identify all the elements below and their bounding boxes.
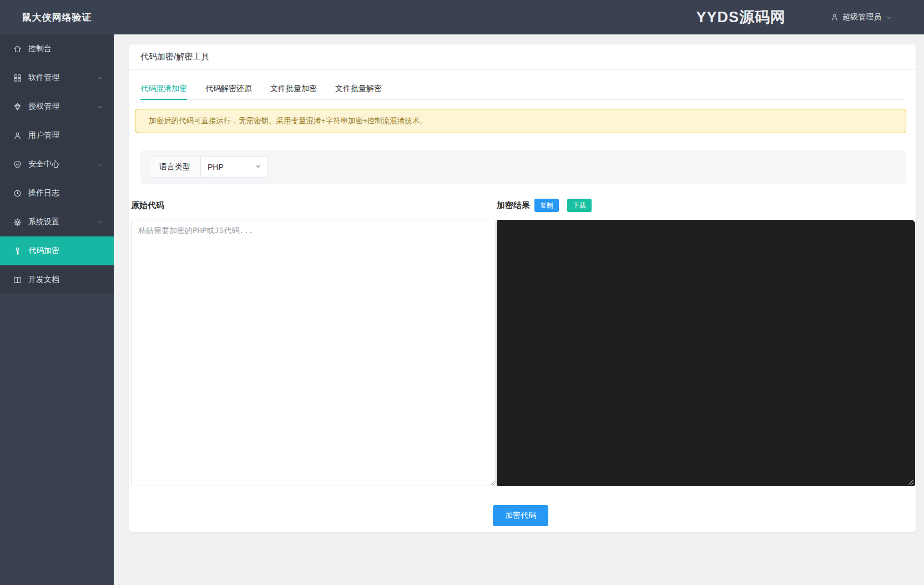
gem-icon xyxy=(13,102,22,112)
gear-icon xyxy=(13,218,22,227)
sidebar-menu: 控制台软件管理授权管理用户管理安全中心操作日志系统设置代码加密开发文档 xyxy=(0,34,114,294)
home-icon xyxy=(13,44,22,54)
chevron-down-icon xyxy=(97,103,104,110)
person-icon xyxy=(830,13,839,22)
sidebar-item-settings[interactable]: 系统设置 xyxy=(0,208,114,236)
encrypt-button[interactable]: 加密代码 xyxy=(493,505,548,526)
user-icon xyxy=(13,131,22,140)
result-label: 加密结果 xyxy=(497,200,530,211)
language-panel: 语言类型 PHP xyxy=(140,150,906,184)
editors-row xyxy=(131,220,915,486)
shield-icon xyxy=(13,160,22,169)
download-button[interactable]: 下载 xyxy=(567,199,592,212)
content-area: 代码加密/解密工具 代码混淆加密代码解密还原文件批量加密文件批量解密 加密后的代… xyxy=(114,34,924,585)
clock-icon xyxy=(13,189,22,198)
sidebar-item-label: 操作日志 xyxy=(28,188,104,198)
language-control: 语言类型 PHP xyxy=(149,157,268,178)
source-label: 原始代码 xyxy=(131,200,496,211)
sidebar-item-label: 软件管理 xyxy=(28,73,97,83)
user-menu[interactable]: 超级管理员 xyxy=(830,12,892,22)
sidebar-filler xyxy=(0,294,114,585)
copy-button[interactable]: 复制 xyxy=(534,199,559,212)
sidebar-logo: 鼠大侠网络验证 xyxy=(0,0,114,34)
editor-labels-row: 原始代码 加密结果 复制 下载 xyxy=(131,199,915,212)
sidebar-item-docs[interactable]: 开发文档 xyxy=(0,265,114,294)
chevron-down-icon xyxy=(97,219,104,226)
tab-obfuscate-encrypt[interactable]: 代码混淆加密 xyxy=(140,77,187,99)
sidebar-item-license[interactable]: 授权管理 xyxy=(0,92,114,121)
tab-decrypt-restore[interactable]: 代码解密还原 xyxy=(205,77,252,99)
info-alert-text: 加密后的代码可直接运行，无需密钥。采用变量混淆+字符串加密+控制流混淆技术。 xyxy=(149,116,427,126)
sidebar-item-security[interactable]: 安全中心 xyxy=(0,150,114,179)
caret-down-icon xyxy=(255,165,261,169)
language-selected-value: PHP xyxy=(208,163,224,172)
language-select[interactable]: PHP xyxy=(200,157,268,178)
sidebar-item-users[interactable]: 用户管理 xyxy=(0,121,114,150)
tool-card: 代码加密/解密工具 代码混淆加密代码解密还原文件批量加密文件批量解密 加密后的代… xyxy=(129,44,916,532)
sidebar-item-label: 安全中心 xyxy=(28,159,97,169)
sidebar-item-label: 系统设置 xyxy=(28,217,97,227)
page-title: 代码加密/解密工具 xyxy=(129,44,916,70)
sidebar-item-code-encrypt[interactable]: 代码加密 xyxy=(0,236,114,265)
sidebar-item-label: 用户管理 xyxy=(28,130,104,140)
sidebar-item-label: 开发文档 xyxy=(28,275,104,285)
main-column: YYDS源码网 超级管理员 代码加密/解密工具 代码混淆加密代码解密还原文件批量… xyxy=(114,0,924,585)
sidebar: 鼠大侠网络验证 控制台软件管理授权管理用户管理安全中心操作日志系统设置代码加密开… xyxy=(0,0,114,585)
card-body: 加密后的代码可直接运行，无需密钥。采用变量混淆+字符串加密+控制流混淆技术。 语… xyxy=(129,100,916,526)
tab-batch-encrypt[interactable]: 文件批量加密 xyxy=(270,77,317,99)
sidebar-item-label: 代码加密 xyxy=(28,246,104,256)
sidebar-item-label: 授权管理 xyxy=(28,102,97,112)
app-root: 鼠大侠网络验证 控制台软件管理授权管理用户管理安全中心操作日志系统设置代码加密开… xyxy=(0,0,924,585)
language-label: 语言类型 xyxy=(149,157,200,178)
top-header: YYDS源码网 超级管理员 xyxy=(114,0,924,34)
result-header: 加密结果 复制 下载 xyxy=(497,199,592,212)
action-row: 加密代码 xyxy=(135,505,906,526)
source-code-textarea[interactable] xyxy=(131,220,496,486)
encrypted-output-area[interactable] xyxy=(497,220,915,486)
brand-title: YYDS源码网 xyxy=(696,7,786,27)
tab-batch-decrypt[interactable]: 文件批量解密 xyxy=(335,77,382,99)
user-name: 超级管理员 xyxy=(842,12,881,22)
tabs-nav: 代码混淆加密代码解密还原文件批量加密文件批量解密 xyxy=(140,70,905,100)
sidebar-item-software[interactable]: 软件管理 xyxy=(0,63,114,92)
key-icon xyxy=(13,246,22,256)
book-icon xyxy=(13,275,22,285)
sidebar-item-logs[interactable]: 操作日志 xyxy=(0,179,114,208)
sidebar-item-console[interactable]: 控制台 xyxy=(0,34,114,63)
info-alert: 加密后的代码可直接运行，无需密钥。采用变量混淆+字符串加密+控制流混淆技术。 xyxy=(135,109,906,133)
chevron-down-icon xyxy=(97,161,104,168)
apps-icon xyxy=(13,73,22,83)
chevron-down-icon xyxy=(97,74,104,82)
sidebar-item-label: 控制台 xyxy=(28,44,104,54)
chevron-down-icon xyxy=(885,14,892,21)
